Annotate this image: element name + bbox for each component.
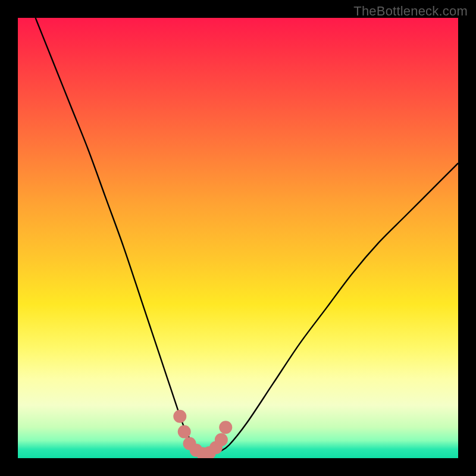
highlight-dot <box>215 433 228 446</box>
bottleneck-curve <box>36 18 458 454</box>
highlight-dot <box>173 410 186 423</box>
highlight-dot <box>178 425 191 439</box>
highlight-dots <box>173 410 232 458</box>
plot-area <box>18 18 458 458</box>
chart-frame: TheBottleneck.com <box>0 0 476 476</box>
watermark-text: TheBottleneck.com <box>353 4 468 19</box>
curve-layer <box>18 18 458 458</box>
highlight-dot <box>219 421 232 434</box>
